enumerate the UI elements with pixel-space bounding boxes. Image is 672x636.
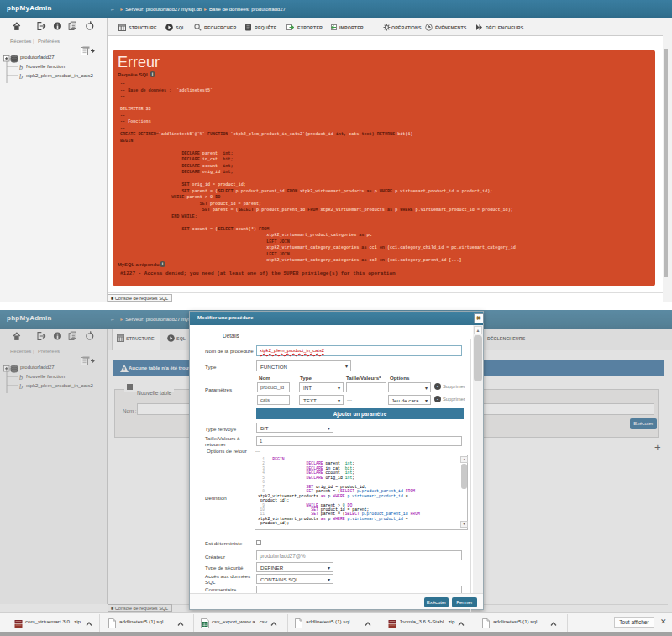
svg-text:b: b [19,64,23,71]
svg-text:b: b [19,73,23,81]
